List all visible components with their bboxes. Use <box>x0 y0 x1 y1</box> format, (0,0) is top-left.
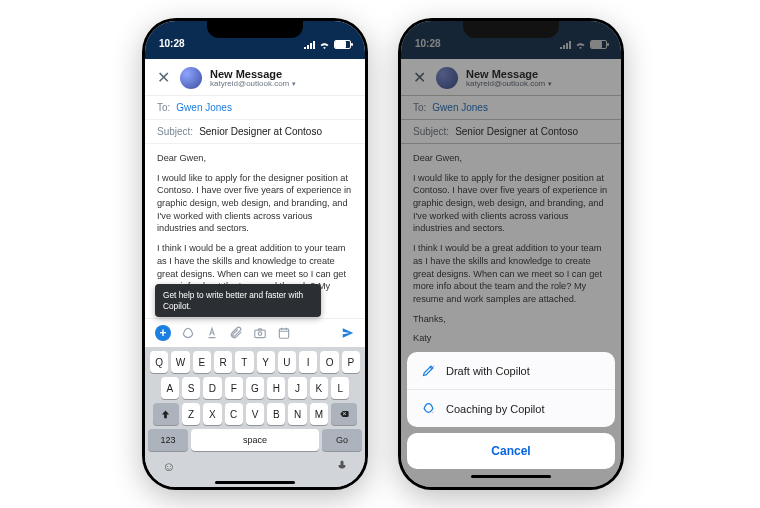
close-icon[interactable]: ✕ <box>155 70 172 86</box>
key-m[interactable]: M <box>310 403 328 425</box>
pencil-icon <box>421 363 436 378</box>
numbers-key[interactable]: 123 <box>148 429 188 451</box>
key-c[interactable]: C <box>225 403 243 425</box>
key-j[interactable]: J <box>288 377 306 399</box>
sender-email-text: katyreid@outlook.com <box>210 80 289 89</box>
sender-email[interactable]: katyreid@outlook.com ▾ <box>210 80 296 89</box>
add-button[interactable]: + <box>155 325 171 341</box>
key-t[interactable]: T <box>235 351 253 373</box>
attachment-icon[interactable] <box>229 326 243 340</box>
to-value: Gwen Jones <box>176 102 232 113</box>
cancel-button[interactable]: Cancel <box>407 433 615 469</box>
phone-right: 10:28 ✕ New Message katyreid@outlook.com <box>398 18 624 490</box>
key-a[interactable]: A <box>161 377 179 399</box>
action-sheet-overlay[interactable]: Draft with Copilot Coaching by Copilot C… <box>401 21 621 487</box>
screen-left: 10:28 ✕ New Message katyreid@outlook.com… <box>145 21 365 487</box>
draft-with-copilot-option[interactable]: Draft with Copilot <box>407 352 615 390</box>
coaching-option-label: Coaching by Copilot <box>446 403 544 415</box>
send-button[interactable] <box>341 326 355 340</box>
key-x[interactable]: X <box>203 403 221 425</box>
svg-point-1 <box>258 332 262 336</box>
battery-icon <box>334 40 351 49</box>
subject-label: Subject: <box>157 126 193 137</box>
camera-icon[interactable] <box>253 326 267 340</box>
key-z[interactable]: Z <box>182 403 200 425</box>
compose-toolbar: Get help to write better and faster with… <box>145 318 365 347</box>
action-sheet: Draft with Copilot Coaching by Copilot <box>407 352 615 427</box>
calendar-icon[interactable] <box>277 326 291 340</box>
status-time: 10:28 <box>159 38 185 49</box>
compose-header: ✕ New Message katyreid@outlook.com ▾ <box>145 59 365 96</box>
draft-option-label: Draft with Copilot <box>446 365 530 377</box>
svg-point-4 <box>432 412 433 413</box>
key-n[interactable]: N <box>288 403 306 425</box>
svg-rect-0 <box>255 330 266 338</box>
key-b[interactable]: B <box>267 403 285 425</box>
key-y[interactable]: Y <box>257 351 275 373</box>
signal-icon <box>304 41 315 49</box>
chevron-down-icon: ▾ <box>292 80 296 88</box>
key-e[interactable]: E <box>193 351 211 373</box>
emoji-key[interactable]: ☺ <box>162 459 175 474</box>
space-key[interactable]: space <box>191 429 319 451</box>
key-h[interactable]: H <box>267 377 285 399</box>
copilot-tooltip: Get help to write better and faster with… <box>155 284 321 317</box>
key-i[interactable]: I <box>299 351 317 373</box>
svg-rect-2 <box>279 329 288 338</box>
svg-point-3 <box>433 366 434 367</box>
coaching-by-copilot-option[interactable]: Coaching by Copilot <box>407 390 615 427</box>
wifi-icon <box>319 41 330 49</box>
shift-key[interactable] <box>153 403 179 425</box>
copilot-sparkle-icon <box>421 401 436 416</box>
screen-right: 10:28 ✕ New Message katyreid@outlook.com <box>401 21 621 487</box>
key-u[interactable]: U <box>278 351 296 373</box>
key-l[interactable]: L <box>331 377 349 399</box>
top-band <box>145 51 365 59</box>
to-field[interactable]: To: Gwen Jones <box>145 96 365 120</box>
to-label: To: <box>157 102 170 113</box>
text-format-icon[interactable] <box>205 326 219 340</box>
phone-left: 10:28 ✕ New Message katyreid@outlook.com… <box>142 18 368 490</box>
key-o[interactable]: O <box>320 351 338 373</box>
notch <box>207 18 303 38</box>
key-d[interactable]: D <box>203 377 221 399</box>
subject-value: Senior Designer at Contoso <box>199 126 322 137</box>
key-w[interactable]: W <box>171 351 189 373</box>
key-q[interactable]: Q <box>150 351 168 373</box>
key-v[interactable]: V <box>246 403 264 425</box>
status-icons <box>304 40 351 49</box>
go-key[interactable]: Go <box>322 429 362 451</box>
key-f[interactable]: F <box>225 377 243 399</box>
keyboard[interactable]: QWERTYUIOP ASDFGHJKL ZXCVBNM 123 space G… <box>145 347 365 487</box>
key-r[interactable]: R <box>214 351 232 373</box>
home-indicator[interactable] <box>471 475 551 478</box>
backspace-key[interactable] <box>331 403 357 425</box>
body-para-1: Dear Gwen, <box>157 152 353 165</box>
body-para-2: I would like to apply for the designer p… <box>157 172 353 235</box>
key-g[interactable]: G <box>246 377 264 399</box>
page-title: New Message <box>210 68 296 80</box>
subject-field[interactable]: Subject: Senior Designer at Contoso <box>145 120 365 144</box>
mic-key[interactable] <box>336 458 348 475</box>
key-k[interactable]: K <box>310 377 328 399</box>
avatar <box>180 67 202 89</box>
key-p[interactable]: P <box>342 351 360 373</box>
copilot-icon[interactable] <box>181 326 195 340</box>
key-s[interactable]: S <box>182 377 200 399</box>
home-indicator[interactable] <box>215 481 295 484</box>
